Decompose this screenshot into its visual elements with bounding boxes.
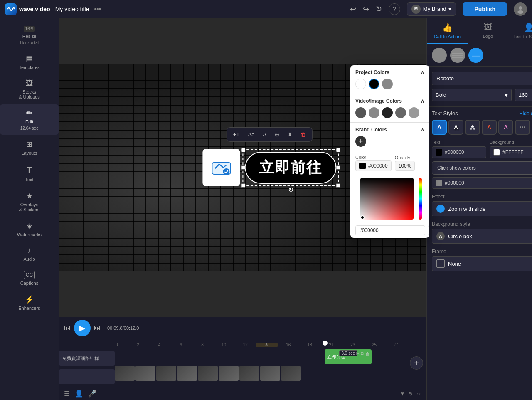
tab-logo[interactable]: 🖼 Logo (468, 18, 508, 44)
hue-bar[interactable] (419, 178, 422, 220)
help-btn[interactable]: ? (389, 3, 400, 15)
handle-bl[interactable] (241, 183, 245, 188)
next-btn[interactable]: ⏭ (94, 324, 101, 332)
font-controls: Bold ▾ 160 (432, 89, 532, 101)
handle-tl[interactable] (241, 148, 245, 152)
bg-color-value[interactable]: #FFFFFF (490, 146, 532, 158)
zoom-in-btn[interactable]: ⊕ (400, 390, 405, 397)
style-outline-btn[interactable]: A (465, 120, 480, 135)
sidebar-item-watermarks[interactable]: ◈ Watermarks (0, 217, 59, 241)
mic-icon[interactable]: 🎤 (88, 390, 96, 398)
sidebar-item-resize[interactable]: 16:9 Resize Horizontal (0, 22, 59, 49)
copy-btn[interactable]: ⧉ (361, 351, 364, 356)
color-btn-lines[interactable] (450, 48, 465, 63)
align-btn[interactable]: ⊕ (271, 129, 283, 140)
add-text-btn[interactable]: +T (229, 129, 244, 140)
gradient-thumb[interactable] (360, 215, 365, 220)
sidebar-item-enhancers[interactable]: ⚡ Enhancers (0, 291, 59, 315)
publish-btn[interactable]: Publish (463, 2, 507, 16)
text-pill[interactable]: 立即前往 (245, 152, 336, 184)
sidebar-item-overlays[interactable]: ★ Overlays& Stickers (0, 187, 59, 216)
scissors-btn[interactable]: ✂ (356, 351, 360, 356)
collapse-icon-2[interactable]: ∧ (421, 98, 424, 104)
play-btn[interactable]: ▶ (74, 320, 91, 336)
text-color-value[interactable]: #000000 (432, 146, 486, 158)
style-bg-btn[interactable]: A (498, 120, 513, 135)
collapse-icon-3[interactable]: ∧ (421, 127, 424, 133)
hex-input[interactable] (355, 225, 425, 235)
more-options-btn[interactable]: ••• (94, 5, 101, 13)
style-plain-btn[interactable]: A (432, 120, 447, 135)
ruler-spacer (59, 341, 115, 349)
audio-icon: ♪ (27, 246, 31, 255)
style-shadow-btn[interactable]: A (448, 120, 463, 135)
bg-click-hex: #000000 (445, 180, 464, 186)
sidebar-sublabel-resize: Horizontal (20, 40, 39, 45)
project-color-black[interactable] (369, 79, 379, 89)
style-buttons: A A A A A ··· (427, 120, 532, 138)
style-color-btn[interactable]: A (482, 120, 497, 135)
refresh-btn[interactable]: ↻ (376, 5, 382, 14)
font-size-btn[interactable]: Aa (244, 129, 258, 140)
handle-br[interactable] (336, 183, 340, 188)
rotate-handle[interactable]: ↻ (288, 186, 293, 194)
text-pill-wrapper[interactable]: 立即前往 ↻ (245, 152, 336, 184)
video-color-3[interactable] (382, 107, 393, 118)
font-size-field[interactable]: 160 (515, 89, 532, 101)
color-btn-active[interactable]: — (468, 48, 483, 63)
effect-selector[interactable]: Zoom with slide ▾ (432, 201, 532, 216)
color-gradient[interactable] (360, 178, 414, 220)
text-segment[interactable]: 立即前往 3.0 sec ✂ ⧉ 🗑 (325, 349, 371, 364)
sidebar-sublabel-edit: 12.04 sec (20, 126, 38, 131)
video-title[interactable]: My video title (55, 6, 89, 12)
sidebar-item-captions[interactable]: CC Captions (0, 267, 59, 290)
font-weight-selector[interactable]: Bold ▾ (432, 89, 512, 101)
project-color-white[interactable] (355, 79, 366, 89)
sidebar-item-stocks[interactable]: 🖼 Stocks& Uploads (0, 75, 59, 104)
sidebar-item-templates[interactable]: ▤ Templates (0, 50, 59, 74)
handle-tr[interactable] (336, 148, 340, 152)
add-brand-color-btn[interactable]: + (355, 136, 366, 147)
style-more-btn[interactable]: ··· (515, 120, 530, 135)
delete-btn[interactable]: 🗑 (297, 129, 310, 140)
color-fields: Text #000000 Background #FFFFFF (427, 138, 532, 161)
font-style-btn[interactable]: A (259, 129, 270, 140)
redo-btn[interactable]: ↪ (363, 5, 369, 14)
effect-value: Zoom with slide (448, 206, 485, 212)
move-btn[interactable]: ⇕ (284, 129, 296, 140)
bg-style-selector[interactable]: A Circle box ▾ (432, 229, 532, 244)
opacity-input[interactable] (428, 225, 429, 235)
video-color-1[interactable] (355, 107, 366, 118)
video-color-4[interactable] (395, 107, 406, 118)
list-icon[interactable]: ☰ (64, 390, 70, 398)
prev-btn[interactable]: ⏮ (64, 324, 71, 332)
ruler-10: 10 (213, 343, 235, 347)
tab-tts[interactable]: 👤 Text-to-Speech (508, 18, 532, 44)
sidebar-item-edit[interactable]: ✏ Edit 12.04 sec (0, 104, 59, 135)
sidebar-item-audio[interactable]: ♪ Audio (0, 242, 59, 266)
fit-btn[interactable]: ↔ (416, 390, 421, 397)
handle-mr[interactable] (336, 165, 340, 170)
user-avatar[interactable] (514, 2, 527, 16)
ratio-badge: 16:9 (24, 26, 35, 32)
canvas-text-element[interactable]: +T Aa A ⊕ ⇕ 🗑 (202, 149, 336, 186)
video-color-5[interactable] (409, 107, 419, 118)
color-btn-gray[interactable] (432, 48, 447, 63)
add-track-btn[interactable]: + (410, 356, 423, 370)
sidebar-item-text[interactable]: T Text (0, 160, 59, 186)
video-color-2[interactable] (369, 107, 379, 118)
brand-selector[interactable]: M My Brand ▾ (407, 2, 456, 16)
sidebar-item-layouts[interactable]: ⊞ Layouts (0, 136, 59, 160)
font-selector[interactable]: Roboto ▾ (432, 72, 532, 85)
undo-btn[interactable]: ↩ (350, 5, 356, 14)
handle-ml[interactable] (241, 165, 245, 170)
person-icon[interactable]: 👤 (75, 390, 83, 398)
trash-btn[interactable]: 🗑 (365, 351, 370, 356)
bg-click-value[interactable]: #000000 (432, 177, 532, 189)
zoom-out-btn[interactable]: ⊖ (408, 390, 413, 397)
hide-colors-btn[interactable]: Hide colors (519, 111, 532, 116)
collapse-icon[interactable]: ∧ (421, 69, 424, 75)
frame-selector[interactable]: None ▾ (432, 256, 532, 271)
project-color-gray[interactable] (382, 79, 393, 89)
tab-cta[interactable]: 👍 Call to Action (427, 18, 468, 44)
